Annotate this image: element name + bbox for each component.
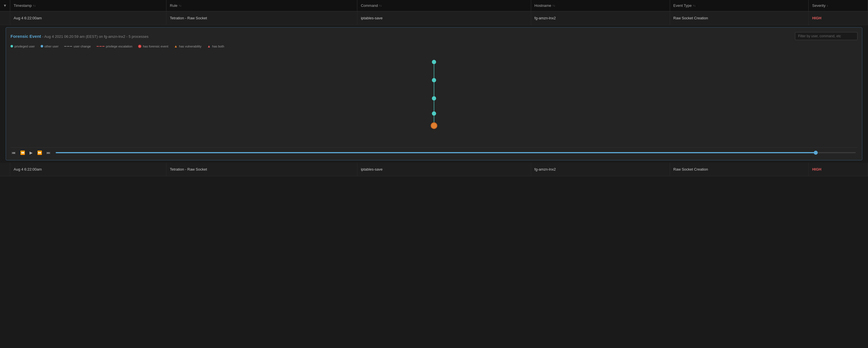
th-rule-label: Rule	[170, 3, 178, 8]
play-button[interactable]: ▶	[28, 150, 34, 155]
other-user-dot	[41, 45, 43, 48]
td-top-rule: Tetration - Raw Socket	[166, 11, 357, 25]
table-header: ▼ Timestamp ↑↓ Rule ↑↓ Command ↑↓ Hostna…	[0, 0, 868, 11]
legend-has-forensic-event: has forensic event	[138, 45, 168, 48]
td-top-timestamp: Aug 4 6:22:00am	[10, 11, 166, 25]
priv-escalation-dashes	[97, 46, 104, 47]
vulnerability-triangle-icon: ▲	[174, 44, 178, 48]
legend-privilege-escalation-label: privilege escalation	[106, 45, 133, 48]
severity-sort-icon: ↓	[827, 4, 828, 7]
legend-has-forensic-event-label: has forensic event	[143, 45, 168, 48]
forensic-event-dot	[138, 45, 142, 48]
skip-to-end-button[interactable]: ⏭	[45, 150, 52, 155]
skip-back-button[interactable]: ⏪	[19, 150, 26, 155]
td-bottom-filter	[0, 163, 10, 176]
th-severity[interactable]: Severity ↓	[809, 0, 868, 11]
legend-has-both: ▲ has both	[207, 44, 224, 48]
hostname-sort-icon: ↑↓	[553, 4, 555, 7]
th-command-label: Command	[361, 3, 378, 8]
td-bottom-hostname: fg-amzn-lnx2	[531, 163, 670, 176]
forensic-title-area: Forensic Event - Aug 4 2021 06:20:59 am …	[10, 34, 149, 39]
tree-node-1[interactable]	[432, 60, 436, 64]
th-eventtype-label: Event Type	[674, 3, 692, 8]
command-sort-icon: ↑↓	[379, 4, 382, 7]
tree-node-3[interactable]	[432, 96, 436, 100]
tree-node-5[interactable]	[431, 122, 437, 128]
forensic-title: Forensic Event	[10, 34, 41, 39]
td-bottom-timestamp: Aug 4 6:22:00am	[10, 163, 166, 176]
playback-controls: ⏮ ⏪ ▶ ⏩ ⏭	[10, 147, 858, 155]
progress-bar-fill	[56, 152, 816, 153]
th-command[interactable]: Command ↑↓	[357, 0, 531, 11]
legend-privileged-user: privileged user	[10, 45, 35, 48]
main-table: ▼ Timestamp ↑↓ Rule ↑↓ Command ↑↓ Hostna…	[0, 0, 868, 176]
privileged-user-dot	[10, 45, 13, 48]
th-timestamp-label: Timestamp	[13, 3, 32, 8]
forensic-panel: Forensic Event - Aug 4 2021 06:20:59 am …	[6, 27, 862, 161]
th-hostname[interactable]: Hostname ↑↓	[531, 0, 670, 11]
legend-has-vulnerability: ▲ has vulnerability	[174, 44, 202, 48]
forensic-header: Forensic Event - Aug 4 2021 06:20:59 am …	[10, 32, 858, 40]
legend-user-change: user change	[64, 45, 91, 48]
legend-other-user-label: other user	[44, 45, 59, 48]
skip-to-start-button[interactable]: ⏮	[10, 150, 17, 155]
th-severity-label: Severity	[812, 3, 826, 8]
th-hostname-label: Hostname	[534, 3, 551, 8]
th-rule[interactable]: Rule ↑↓	[166, 0, 357, 11]
tree-node-4[interactable]	[432, 112, 436, 116]
td-bottom-rule: Tetration - Raw Socket	[166, 163, 357, 176]
has-both-triangle-icon: ▲	[207, 44, 211, 48]
td-top-filter	[0, 11, 10, 25]
td-top-command: iptables-save	[357, 11, 531, 25]
tree-node-2[interactable]	[432, 78, 436, 83]
legend-privilege-escalation: privilege escalation	[97, 45, 133, 48]
forensic-filter-input[interactable]	[795, 32, 858, 40]
progress-bar-thumb[interactable]	[814, 151, 818, 155]
progress-bar[interactable]	[56, 152, 856, 153]
legend-user-change-label: user change	[73, 45, 91, 48]
td-bottom-severity: HIGH	[809, 163, 868, 176]
table-row-top[interactable]: Aug 4 6:22:00am Tetration - Raw Socket i…	[0, 11, 868, 25]
td-top-eventtype: Raw Socket Creation	[670, 11, 809, 25]
forensic-legend: privileged user other user user change	[10, 44, 858, 48]
skip-forward-button[interactable]: ⏩	[36, 150, 43, 155]
eventtype-sort-icon: ↑↓	[693, 4, 695, 7]
user-change-dashes	[64, 46, 72, 47]
td-top-severity: HIGH	[809, 11, 868, 25]
td-top-hostname: fg-amzn-lnx2	[531, 11, 670, 25]
rule-sort-icon: ↑↓	[179, 4, 182, 7]
legend-has-vulnerability-label: has vulnerability	[179, 45, 202, 48]
td-bottom-command: iptables-save	[357, 163, 531, 176]
th-eventtype[interactable]: Event Type ↑↓	[670, 0, 809, 11]
th-filter[interactable]: ▼	[0, 0, 10, 11]
forensic-subtitle: - Aug 4 2021 06:20:59 am (EEST) on fg-am…	[42, 34, 148, 39]
timestamp-sort-icon: ↑↓	[33, 4, 36, 7]
filter-icon: ▼	[3, 3, 7, 8]
legend-privileged-user-label: privileged user	[14, 45, 35, 48]
td-bottom-eventtype: Raw Socket Creation	[670, 163, 809, 176]
process-tree-area	[10, 53, 858, 144]
process-tree-svg	[10, 53, 858, 144]
legend-other-user: other user	[41, 45, 59, 48]
legend-has-both-label: has both	[212, 45, 224, 48]
th-timestamp[interactable]: Timestamp ↑↓	[10, 0, 166, 11]
table-row-bottom[interactable]: Aug 4 6:22:00am Tetration - Raw Socket i…	[0, 163, 868, 176]
